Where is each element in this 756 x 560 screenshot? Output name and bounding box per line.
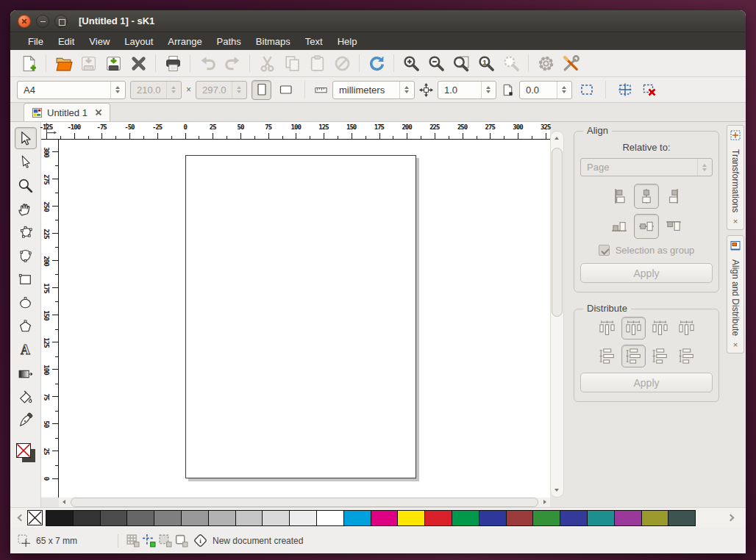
canvas[interactable] bbox=[59, 140, 550, 498]
distribute-left-edges-button[interactable] bbox=[595, 317, 619, 340]
window-close-button[interactable] bbox=[18, 15, 31, 28]
horizontal-ruler[interactable]: -125-100-75-50-2502550751001251501752002… bbox=[59, 122, 550, 140]
palette-scroll-right-button[interactable] bbox=[726, 512, 738, 524]
page[interactable] bbox=[185, 155, 416, 478]
color-swatch-7[interactable] bbox=[236, 511, 263, 525]
scroll-up-icon[interactable] bbox=[554, 137, 559, 140]
color-swatch-23[interactable] bbox=[668, 511, 695, 525]
color-swatch-2[interactable] bbox=[101, 511, 128, 525]
pan-tool-button[interactable] bbox=[15, 198, 37, 220]
ellipse-tool-button[interactable] bbox=[15, 292, 37, 314]
menu-layout[interactable]: Layout bbox=[117, 35, 160, 49]
align-bottom-button[interactable] bbox=[607, 214, 632, 239]
zoom-out-button[interactable] bbox=[424, 52, 448, 74]
menu-paths[interactable]: Paths bbox=[210, 35, 249, 49]
distribute-spacing-horizontal-button[interactable] bbox=[648, 317, 672, 340]
statusbar-page-icon[interactable] bbox=[174, 534, 188, 548]
align-center-vertical-button[interactable] bbox=[634, 214, 659, 239]
color-swatch-10[interactable] bbox=[317, 511, 344, 525]
color-swatch-13[interactable] bbox=[398, 511, 425, 525]
align-top-button[interactable] bbox=[661, 214, 686, 239]
spinner-arrows-icon[interactable] bbox=[557, 82, 568, 98]
zoom-page-button[interactable] bbox=[449, 52, 473, 74]
zoom-in-button[interactable] bbox=[399, 52, 423, 74]
color-swatch-1[interactable] bbox=[74, 511, 101, 525]
shaper-tool-button[interactable] bbox=[15, 151, 37, 173]
distribute-top-edges-button[interactable] bbox=[595, 345, 619, 367]
page-format-select[interactable]: A4 bbox=[17, 81, 126, 99]
new-document-button[interactable] bbox=[17, 52, 40, 74]
bezier-tool-button[interactable] bbox=[15, 245, 37, 267]
snap-off-button[interactable] bbox=[639, 80, 659, 100]
menu-edit[interactable]: Edit bbox=[51, 35, 82, 49]
statusbar-snap-icon[interactable] bbox=[158, 534, 172, 548]
color-swatch-5[interactable] bbox=[182, 511, 209, 525]
distribute-centers-horizontal-button[interactable] bbox=[621, 317, 646, 340]
zoom-tool-button[interactable] bbox=[15, 174, 37, 196]
pen-tool-button[interactable] bbox=[15, 409, 37, 431]
color-swatch-0[interactable] bbox=[46, 511, 74, 525]
color-swatch-16[interactable] bbox=[479, 511, 507, 525]
color-swatch-12[interactable] bbox=[371, 511, 399, 525]
titlebar[interactable]: [Untitled 1] - sK1 bbox=[10, 10, 746, 32]
color-swatch-15[interactable] bbox=[452, 511, 479, 525]
distribute-right-edges-button[interactable] bbox=[674, 317, 699, 340]
statusbar-guides-icon[interactable] bbox=[142, 534, 156, 548]
preferences-button[interactable] bbox=[534, 52, 557, 74]
menu-arrange[interactable]: Arrange bbox=[160, 35, 209, 49]
color-swatch-17[interactable] bbox=[507, 511, 534, 525]
move-step-input[interactable]: 1.0 bbox=[438, 81, 496, 99]
scroll-left-icon[interactable] bbox=[63, 500, 65, 504]
color-swatch-3[interactable] bbox=[127, 511, 154, 525]
color-swatch-22[interactable] bbox=[642, 511, 669, 525]
color-swatch-19[interactable] bbox=[560, 511, 588, 525]
align-left-button[interactable] bbox=[607, 184, 632, 209]
vertical-scrollbar[interactable] bbox=[550, 131, 564, 498]
spinner-arrows-icon[interactable] bbox=[399, 82, 411, 98]
spinner-arrows-icon[interactable] bbox=[110, 82, 122, 98]
distribute-bottom-edges-button[interactable] bbox=[674, 345, 699, 367]
color-swatch-9[interactable] bbox=[290, 511, 317, 525]
menu-view[interactable]: View bbox=[82, 35, 117, 49]
color-swatch-8[interactable] bbox=[263, 511, 290, 525]
tab-close-icon[interactable] bbox=[95, 109, 102, 116]
distribute-centers-vertical-button[interactable] bbox=[621, 345, 646, 367]
tools-button[interactable] bbox=[559, 52, 582, 74]
window-maximize-button[interactable] bbox=[54, 15, 68, 28]
horizontal-scrollbar[interactable] bbox=[59, 498, 550, 507]
landscape-orientation-button[interactable] bbox=[276, 80, 296, 100]
close-document-button[interactable] bbox=[126, 52, 150, 74]
fill-tool-button[interactable] bbox=[15, 386, 37, 408]
vertical-ruler[interactable]: 3002752502252001751501251007550250 bbox=[41, 140, 59, 498]
snap-to-guides-button[interactable] bbox=[577, 80, 596, 100]
portrait-orientation-button[interactable] bbox=[252, 80, 271, 100]
fill-stroke-indicator[interactable] bbox=[16, 443, 35, 462]
color-swatch-11[interactable] bbox=[344, 511, 371, 525]
menu-text[interactable]: Text bbox=[298, 35, 330, 49]
units-select[interactable]: millimeters bbox=[332, 81, 415, 99]
window-minimize-button[interactable] bbox=[36, 15, 49, 28]
color-swatch-20[interactable] bbox=[588, 511, 615, 525]
statusbar-grid-icon[interactable] bbox=[126, 534, 140, 548]
vertical-scrollbar-thumb[interactable] bbox=[552, 148, 563, 317]
color-swatch-21[interactable] bbox=[615, 511, 642, 525]
horizontal-scrollbar-thumb[interactable] bbox=[71, 498, 538, 507]
select-tool-button[interactable] bbox=[15, 127, 37, 149]
scroll-down-icon[interactable] bbox=[554, 489, 559, 492]
print-button[interactable] bbox=[161, 52, 185, 74]
open-button[interactable] bbox=[51, 52, 75, 74]
menu-help[interactable]: Help bbox=[330, 35, 365, 49]
zoom-100-button[interactable]: 1 bbox=[474, 52, 498, 74]
save-as-button[interactable] bbox=[101, 52, 125, 74]
rectangle-tool-button[interactable] bbox=[15, 268, 37, 290]
menu-bitmaps[interactable]: Bitmaps bbox=[249, 35, 298, 49]
side-tab-align-and-distribute[interactable]: Align and Distribute× bbox=[727, 235, 744, 353]
color-swatch-4[interactable] bbox=[154, 511, 182, 525]
polyline-tool-button[interactable] bbox=[15, 221, 37, 243]
align-right-button[interactable] bbox=[661, 184, 686, 209]
side-tab-close-button[interactable]: × bbox=[733, 218, 738, 225]
polygon-tool-button[interactable] bbox=[15, 315, 37, 337]
side-tab-close-button[interactable]: × bbox=[733, 341, 738, 348]
align-center-horizontal-button[interactable] bbox=[634, 184, 659, 209]
color-swatch-18[interactable] bbox=[533, 511, 560, 525]
